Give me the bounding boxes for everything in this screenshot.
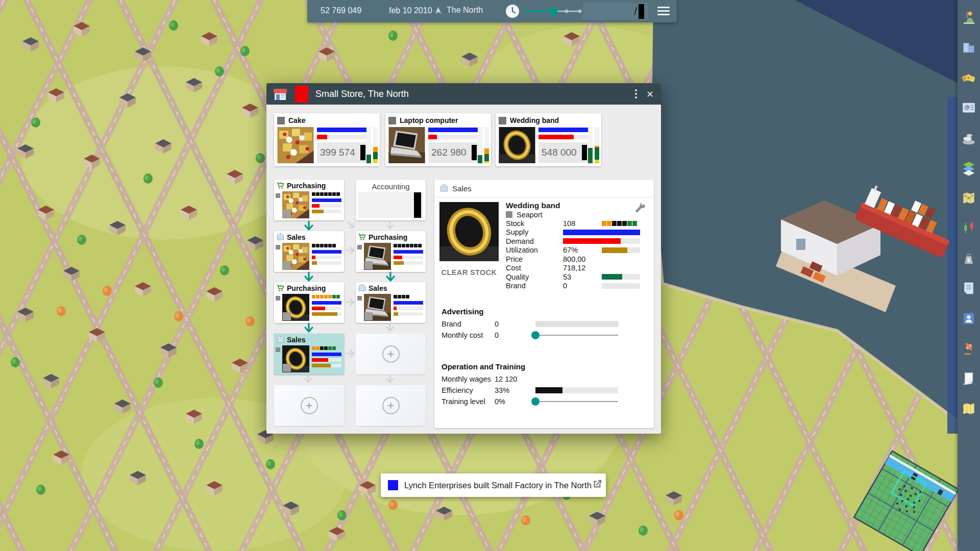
empty-department-slot[interactable]: +: [274, 385, 344, 426]
mini-swatch: [276, 296, 280, 300]
speed-control[interactable]: [524, 7, 583, 15]
operation-section: Operation and Training Monthly wages 12 …: [442, 362, 618, 407]
clear-stock-button[interactable]: CLEAR STOCK: [436, 266, 502, 279]
add-department-icon: +: [382, 397, 400, 414]
layers-icon[interactable]: [959, 153, 979, 183]
worker-slots: [312, 192, 341, 196]
window-titlebar: Small Store, The North ✕: [266, 83, 661, 105]
product-value: 399 574: [317, 142, 367, 163]
department-card-sales-ring-selected[interactable]: Sales: [274, 334, 344, 374]
department-card-purchasing-ring[interactable]: Purchasing: [274, 282, 344, 323]
stock-column: [366, 127, 371, 163]
supply-bar: [394, 301, 423, 305]
demand-bar: [563, 238, 640, 244]
demand-bar: [394, 256, 423, 259]
training-value: 0%: [495, 397, 535, 406]
empty-department-slot[interactable]: +: [356, 334, 426, 374]
supply-bar: [538, 128, 589, 132]
product-swatch: [388, 117, 396, 124]
empty-department-slot[interactable]: +: [356, 385, 426, 426]
supply-bar: [312, 301, 341, 305]
stock-column: [588, 127, 593, 163]
finance-icon[interactable]: $: [959, 243, 979, 273]
cost-value: 718,12: [563, 264, 602, 272]
store-window: Small Store, The North ✕ Cake 399 574 La…: [266, 83, 661, 434]
demand-bar: [312, 307, 341, 310]
clock-icon[interactable]: [505, 4, 520, 20]
box-icon: [358, 284, 366, 292]
department-card-accounting[interactable]: Accounting: [356, 180, 426, 220]
demand-bar: [317, 135, 367, 139]
quality-value: 53: [563, 273, 602, 281]
window-title: Small Store, The North: [315, 89, 409, 99]
department-card-purchasing-cake[interactable]: Purchasing: [274, 180, 344, 220]
demand-bar: [312, 256, 341, 259]
notification-bar[interactable]: Lynch Enterprises built Small Factory in…: [381, 473, 606, 497]
product-stats: Wedding band Seaport Stock 108 Supply De…: [506, 201, 640, 290]
mix-column: [595, 127, 599, 163]
add-department-icon: +: [301, 397, 318, 414]
world-map-icon[interactable]: [959, 183, 979, 213]
box-icon: [276, 233, 285, 241]
menu-button[interactable]: [657, 7, 670, 17]
cart-icon: [276, 284, 285, 292]
training-slider[interactable]: [535, 397, 618, 406]
region-selector[interactable]: The North: [434, 6, 483, 15]
command-input[interactable]: /: [583, 3, 648, 20]
department-card-purchasing-laptop[interactable]: Purchasing: [356, 231, 426, 272]
minimap-icon[interactable]: [959, 393, 979, 423]
utilization-bar: [394, 312, 423, 316]
product-name: Wedding band: [510, 116, 559, 124]
department-card-sales-laptop[interactable]: Sales: [356, 282, 426, 323]
flow-arrow-down-muted: [384, 322, 397, 334]
detail-product-name: Wedding band: [506, 201, 640, 210]
mini-swatch: [276, 245, 280, 249]
flow-arrow-down: [303, 271, 315, 283]
products-tags-icon[interactable]: [959, 62, 979, 92]
department-card-sales-cake[interactable]: Sales: [274, 231, 344, 272]
navigation-arrow-icon: [434, 6, 443, 15]
utilization-bar: [312, 210, 341, 213]
resources-icon[interactable]: [959, 122, 979, 153]
contacts-icon[interactable]: [959, 303, 979, 333]
mini-swatch: [276, 193, 280, 198]
source-label: Seaport: [517, 211, 543, 219]
product-swatch: [499, 117, 506, 124]
product-card-wedding-band[interactable]: Wedding band 548 000: [496, 113, 601, 166]
text-caret: [639, 4, 644, 19]
close-icon[interactable]: ✕: [644, 88, 656, 101]
cart-icon: [358, 233, 366, 241]
reports-icon[interactable]: [959, 92, 979, 122]
flow-arrow-down: [303, 220, 315, 232]
demand-bar: [312, 204, 341, 208]
mini-swatch: [276, 347, 280, 352]
window-menu-button[interactable]: [631, 88, 641, 99]
brand-value: 0: [563, 282, 602, 290]
slider-knob: [531, 397, 540, 406]
overlay-swatch: [364, 312, 373, 320]
buildings-icon[interactable]: [959, 32, 979, 62]
stock-column: [478, 127, 482, 163]
window-body: Cake 399 574 Laptop computer 262 980: [266, 105, 661, 434]
monthly-cost-slider[interactable]: [535, 331, 618, 339]
tool-sidebar: $: [958, 0, 980, 551]
contracts-icon[interactable]: [959, 273, 979, 303]
stock-market-icon[interactable]: [959, 213, 979, 243]
source-swatch: [506, 211, 512, 218]
population-icon[interactable]: [959, 2, 979, 32]
accounting-chart: [358, 192, 423, 218]
worker-slots: [394, 244, 423, 248]
product-card-cake[interactable]: Cake 399 574: [274, 113, 380, 166]
product-card-laptop[interactable]: Laptop computer 262 980: [385, 113, 491, 166]
ad-brand-value: 0: [495, 320, 535, 328]
add-department-icon: +: [382, 345, 400, 363]
supply-bar: [312, 198, 341, 202]
legal-gavel-icon[interactable]: [959, 333, 979, 363]
documents-icon[interactable]: [959, 363, 979, 393]
supply-bar: [563, 230, 640, 235]
overlay-swatch: [364, 261, 373, 269]
flow-arrow-right-muted: [345, 245, 357, 257]
stock-squares: [602, 219, 640, 228]
store-icon: [273, 86, 288, 102]
external-link-icon[interactable]: [592, 479, 603, 492]
